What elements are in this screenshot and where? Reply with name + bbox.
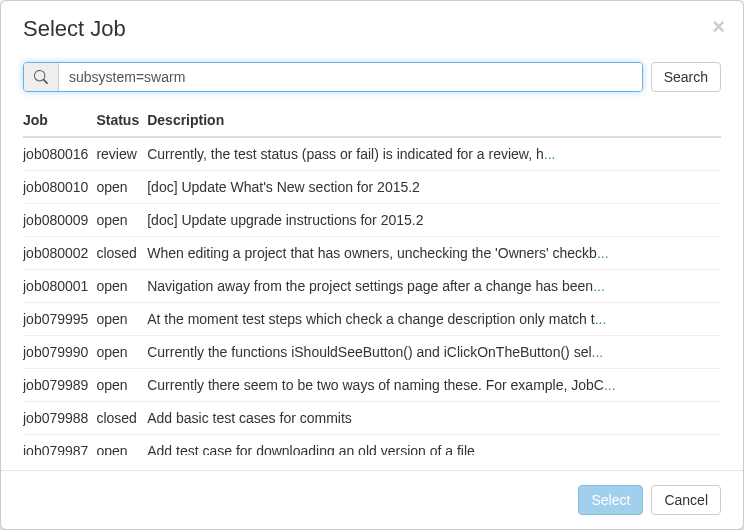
cell-description: Currently the functions iShouldSeeButton… xyxy=(147,336,721,369)
cell-description: Add test case for downloading an old ver… xyxy=(147,435,721,456)
search-input-group xyxy=(23,62,643,92)
table-row[interactable]: job079988closedAdd basic test cases for … xyxy=(23,402,721,435)
truncate-ellipsis[interactable]: ... xyxy=(592,344,604,360)
table-row[interactable]: job079990openCurrently the functions iSh… xyxy=(23,336,721,369)
cell-job: job079990 xyxy=(23,336,96,369)
cell-job: job080002 xyxy=(23,237,96,270)
truncate-ellipsis[interactable]: ... xyxy=(595,311,607,327)
modal-footer: Select Cancel xyxy=(1,470,743,529)
cell-status: open xyxy=(96,171,147,204)
cell-status: review xyxy=(96,137,147,171)
cell-description: [doc] Update What's New section for 2015… xyxy=(147,171,721,204)
cell-job: job079987 xyxy=(23,435,96,456)
modal-body: Search Job Status Description job080016r… xyxy=(1,54,743,470)
cell-status: closed xyxy=(96,237,147,270)
table-row[interactable]: job079987openAdd test case for downloadi… xyxy=(23,435,721,456)
cell-job: job079989 xyxy=(23,369,96,402)
search-input[interactable] xyxy=(59,63,642,91)
cell-status: open xyxy=(96,435,147,456)
table-row[interactable]: job079995openAt the moment test steps wh… xyxy=(23,303,721,336)
col-header-job: Job xyxy=(23,104,96,137)
cell-status: open xyxy=(96,270,147,303)
cell-description: When editing a project that has owners, … xyxy=(147,237,721,270)
table-row[interactable]: job080002closedWhen editing a project th… xyxy=(23,237,721,270)
truncate-ellipsis[interactable]: ... xyxy=(593,278,605,294)
cell-description: Navigation away from the project setting… xyxy=(147,270,721,303)
cell-description: At the moment test steps which check a c… xyxy=(147,303,721,336)
table-header-row: Job Status Description xyxy=(23,104,721,137)
cell-description: Currently there seem to be two ways of n… xyxy=(147,369,721,402)
cell-status: open xyxy=(96,369,147,402)
search-row: Search xyxy=(23,62,721,92)
col-header-description: Description xyxy=(147,104,721,137)
cell-job: job079995 xyxy=(23,303,96,336)
cancel-button[interactable]: Cancel xyxy=(651,485,721,515)
truncate-ellipsis[interactable]: ... xyxy=(544,146,556,162)
modal-title: Select Job xyxy=(23,16,126,42)
table-row[interactable]: job080009open[doc] Update upgrade instru… xyxy=(23,204,721,237)
cell-description: Currently, the test status (pass or fail… xyxy=(147,137,721,171)
cell-job: job079988 xyxy=(23,402,96,435)
search-icon xyxy=(24,63,59,91)
table-row[interactable]: job080010open[doc] Update What's New sec… xyxy=(23,171,721,204)
select-job-modal: Select Job × Search Job Status Descripti… xyxy=(0,0,744,530)
select-button[interactable]: Select xyxy=(578,485,643,515)
table-row[interactable]: job080001openNavigation away from the pr… xyxy=(23,270,721,303)
truncate-ellipsis[interactable]: ... xyxy=(604,377,616,393)
cell-status: open xyxy=(96,336,147,369)
truncate-ellipsis[interactable]: ... xyxy=(597,245,609,261)
cell-status: open xyxy=(96,303,147,336)
cell-job: job080010 xyxy=(23,171,96,204)
cell-job: job080016 xyxy=(23,137,96,171)
cell-status: closed xyxy=(96,402,147,435)
table-row[interactable]: job080016reviewCurrently, the test statu… xyxy=(23,137,721,171)
modal-header: Select Job × xyxy=(1,1,743,54)
results-table-wrap[interactable]: Job Status Description job080016reviewCu… xyxy=(23,104,721,455)
col-header-status: Status xyxy=(96,104,147,137)
cell-job: job080009 xyxy=(23,204,96,237)
cell-job: job080001 xyxy=(23,270,96,303)
search-button[interactable]: Search xyxy=(651,62,721,92)
cell-status: open xyxy=(96,204,147,237)
results-table: Job Status Description job080016reviewCu… xyxy=(23,104,721,455)
cell-description: [doc] Update upgrade instructions for 20… xyxy=(147,204,721,237)
close-button[interactable]: × xyxy=(712,16,725,38)
cell-description: Add basic test cases for commits xyxy=(147,402,721,435)
table-row[interactable]: job079989openCurrently there seem to be … xyxy=(23,369,721,402)
